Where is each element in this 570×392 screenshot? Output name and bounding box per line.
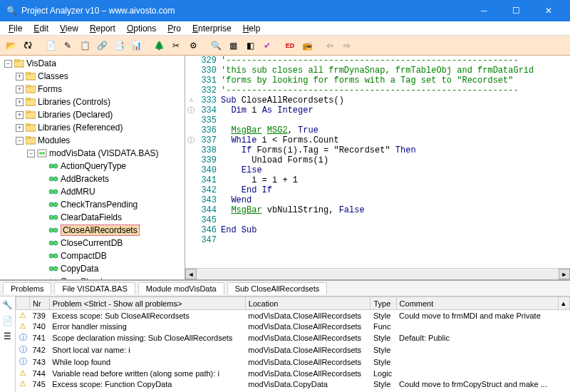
menu-enterprise[interactable]: Enterprise <box>187 22 237 35</box>
open-icon[interactable]: 📂 <box>3 38 19 53</box>
tree-folder[interactable]: +Libraries (Controls) <box>13 96 183 108</box>
menu-edit[interactable]: Edit <box>28 22 54 35</box>
tool-icon[interactable]: 📊 <box>128 38 144 53</box>
problem-row[interactable]: ⚠744Variable read before written (along … <box>16 368 570 378</box>
tool-icon[interactable]: ◧ <box>242 38 258 53</box>
tool-icon[interactable]: 📑 <box>111 38 127 53</box>
svg-point-15 <box>39 152 42 155</box>
svg-point-31 <box>49 254 53 258</box>
tree-folder[interactable]: +Libraries (Declared) <box>13 108 183 121</box>
tree-proc[interactable]: ClearDataFields <box>36 211 183 224</box>
column-header[interactable]: Problem <Strict - Show all problems> <box>49 297 245 310</box>
column-header[interactable]: Comment <box>396 297 558 310</box>
svg-rect-3 <box>26 72 30 74</box>
tool-icon[interactable]: ✂ <box>168 38 184 53</box>
code-line[interactable]: 343 Wend <box>185 195 570 205</box>
filter-icon[interactable]: 🔧 <box>2 299 14 311</box>
code-line[interactable]: 330'this sub closes all frmDynaSnap, frm… <box>185 66 570 76</box>
svg-rect-13 <box>26 136 30 138</box>
tool-icon[interactable]: 📄 <box>43 38 58 53</box>
code-line[interactable]: 336 MsgBar MSG2, True <box>185 125 570 135</box>
tree-root[interactable]: −VisData <box>1 57 183 70</box>
problems-panel: ProblemsFile VISDATA.BASModule modVisDat… <box>0 279 570 392</box>
column-header[interactable]: Location <box>245 297 370 310</box>
code-line[interactable]: 331'forms by looking for forms with a Ta… <box>185 76 570 86</box>
tree-icon[interactable]: 🌲 <box>151 38 167 53</box>
bottom-tab[interactable]: Sub CloseAllRecordsets <box>227 282 328 294</box>
back-icon[interactable]: ⇦ <box>322 38 338 53</box>
code-editor[interactable]: 329'------------------------------------… <box>185 56 570 268</box>
menu-view[interactable]: View <box>54 22 84 35</box>
tool-icon[interactable]: 🔗 <box>94 38 110 53</box>
code-line[interactable]: 345 <box>185 215 570 225</box>
tree-proc[interactable]: CompactDB <box>36 249 183 262</box>
svg-point-33 <box>49 267 53 271</box>
menu-help[interactable]: Help <box>237 22 266 35</box>
tool-icon[interactable]: ✎ <box>60 38 76 53</box>
tool-icon[interactable]: 📻 <box>299 38 315 53</box>
scroll-left-icon[interactable]: ◄ <box>185 269 197 279</box>
tree-proc[interactable]: AddMRU <box>36 185 183 198</box>
menu-pro[interactable]: Pro <box>162 22 187 35</box>
svg-point-23 <box>49 202 53 207</box>
column-header[interactable]: Nr <box>30 297 50 310</box>
problem-row[interactable]: ⓘ741Scope declaration missing: Sub Close… <box>16 331 570 344</box>
code-line[interactable]: 346End Sub <box>185 225 570 235</box>
scroll-up-icon[interactable]: ▴ <box>559 297 570 310</box>
horizontal-scrollbar[interactable]: ◄ ► <box>185 268 570 279</box>
tree-proc[interactable]: CopyData <box>36 262 183 275</box>
tree-folder[interactable]: +Classes <box>13 70 183 83</box>
check-icon[interactable]: ✔ <box>259 38 275 53</box>
tree-proc[interactable]: CloseCurrentDB <box>36 237 183 249</box>
refresh-icon[interactable]: 🗘 <box>20 38 36 53</box>
export-icon[interactable]: 📄 <box>2 315 14 326</box>
problem-row[interactable]: ⓘ742Short local var name: imodVisData.Cl… <box>16 344 570 356</box>
menu-report[interactable]: Report <box>84 22 121 35</box>
project-tree[interactable]: −VisData+Classes+Forms+Libraries (Contro… <box>0 56 185 279</box>
code-line[interactable]: 341 i = i + 1 <box>185 175 570 185</box>
code-line[interactable]: 332'------------------------------------… <box>185 86 570 96</box>
problems-table[interactable]: NrProblem <Strict - Show all problems>Lo… <box>16 296 570 392</box>
tree-folder[interactable]: +Forms <box>13 83 183 96</box>
tree-proc[interactable]: CloseAllRecordsets <box>36 224 183 237</box>
scroll-right-icon[interactable]: ► <box>559 269 570 279</box>
tree-proc[interactable]: AddBrackets <box>36 172 183 185</box>
code-line[interactable]: 335 <box>185 115 570 125</box>
code-line[interactable]: ⓘ337 While i < Forms.Count <box>185 135 570 145</box>
minimize-button[interactable]: ─ <box>468 0 500 21</box>
tree-modules[interactable]: −Modules <box>13 134 183 147</box>
tool-icon[interactable]: ED <box>282 38 298 53</box>
maximize-button[interactable]: ☐ <box>500 0 532 21</box>
problem-row[interactable]: ⚠739Excess scope: Sub CloseAllRecordsets… <box>16 310 570 321</box>
tool-icon[interactable]: ⚙ <box>185 38 201 53</box>
tree-module[interactable]: −modVisData (VISDATA.BAS) <box>24 147 183 160</box>
close-button[interactable]: ✕ <box>532 0 564 21</box>
bottom-tab[interactable]: Problems <box>3 282 51 294</box>
tree-proc[interactable]: ActionQueryType <box>36 160 183 172</box>
forward-icon[interactable]: ⇨ <box>339 38 355 53</box>
tree-folder[interactable]: +Libraries (Referenced) <box>13 121 183 134</box>
svg-point-25 <box>49 215 53 220</box>
code-line[interactable]: 329'------------------------------------… <box>185 56 570 66</box>
bottom-tab[interactable]: File VISDATA.BAS <box>54 282 135 294</box>
code-line[interactable]: 338 If Forms(i).Tag = "Recordset" Then <box>185 145 570 155</box>
code-line[interactable]: ⚠333Sub CloseAllRecordsets() <box>185 96 570 105</box>
code-line[interactable]: 347 <box>185 235 570 245</box>
problem-row[interactable]: ⚠745Excess scope: Function CopyDatamodVi… <box>16 378 570 389</box>
column-header[interactable]: Type <box>370 297 396 310</box>
tool-icon[interactable]: 📋 <box>77 38 93 53</box>
menu-file[interactable]: File <box>3 22 28 35</box>
problem-row[interactable]: ⓘ743While loop foundmodVisData.CloseAllR… <box>16 356 570 368</box>
code-line[interactable]: 340 Else <box>185 165 570 175</box>
search-icon[interactable]: 🔍 <box>208 38 224 53</box>
tool-icon[interactable]: ▦ <box>225 38 241 53</box>
code-line[interactable]: 342 End If <box>185 185 570 195</box>
code-line[interactable]: ⓘ334 Dim i As Integer <box>185 105 570 115</box>
tree-proc[interactable]: CheckTransPending <box>36 198 183 211</box>
list-icon[interactable]: ☰ <box>2 331 14 342</box>
bottom-tab[interactable]: Module modVisData <box>138 282 224 294</box>
code-line[interactable]: 339 Unload Forms(i) <box>185 155 570 165</box>
code-line[interactable]: 344 MsgBar vbNullString, False <box>185 205 570 215</box>
problem-row[interactable]: ⚠740Error handler missingmodVisData.Clos… <box>16 321 570 331</box>
menu-options[interactable]: Options <box>121 22 162 35</box>
